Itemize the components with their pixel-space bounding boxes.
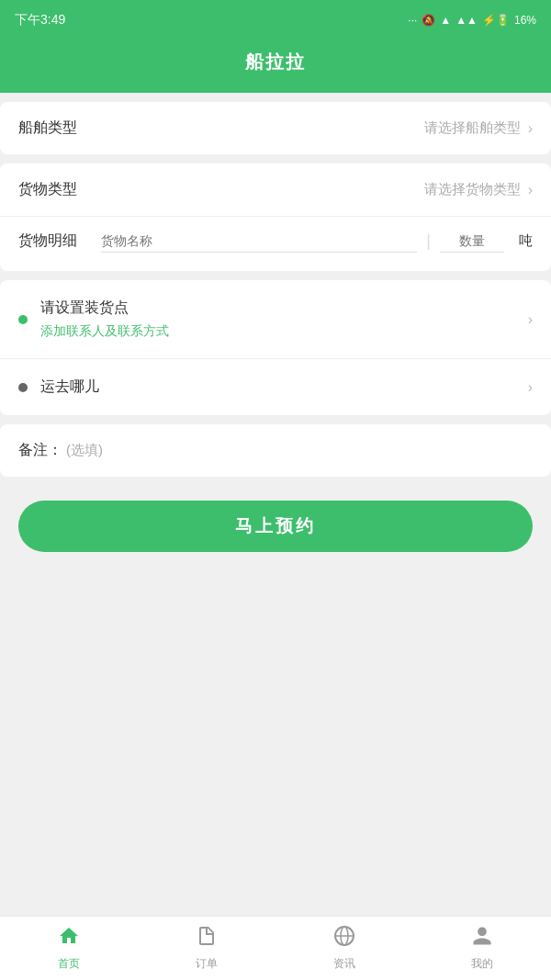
mine-icon [471, 925, 493, 952]
status-icons: ··· 🔕 ▲ ▲▲ ⚡🔋 16% [408, 14, 536, 27]
bottom-nav: 首页 订单 资讯 我的 [0, 916, 551, 980]
cargo-detail-row: 货物明细 | 吨 [0, 217, 551, 271]
destination-row[interactable]: 运去哪儿 › [0, 359, 551, 415]
nav-home[interactable]: 首页 [0, 918, 138, 979]
cargo-detail-label: 货物明细 [18, 231, 101, 251]
cargo-type-chevron: › [528, 182, 533, 198]
loading-point-label: 请设置装货点 [40, 299, 528, 318]
destination-chevron: › [528, 379, 533, 396]
orders-icon [196, 925, 218, 952]
news-icon [333, 925, 355, 952]
remark-section[interactable]: 备注： (选填) [0, 424, 551, 477]
wifi-icon: ▲ [440, 14, 451, 27]
nav-mine[interactable]: 我的 [413, 918, 551, 979]
nav-mine-label: 我的 [471, 956, 493, 972]
cargo-type-row[interactable]: 货物类型 请选择货物类型 › [0, 163, 551, 217]
loading-dot-green [18, 315, 28, 324]
cargo-name-input[interactable] [101, 230, 417, 253]
app-header: 船拉拉 [0, 40, 551, 93]
destination-label: 运去哪儿 [40, 377, 528, 397]
ship-type-label: 船舶类型 [18, 118, 101, 138]
battery-level: 16% [514, 14, 536, 27]
destination-dot-gray [18, 383, 28, 392]
nav-home-label: 首页 [58, 956, 80, 972]
nav-orders[interactable]: 订单 [138, 918, 276, 979]
cargo-type-value: 请选择货物类型 [101, 181, 521, 198]
loading-point-chevron: › [528, 311, 533, 328]
network-icon: ▲▲ [455, 14, 478, 27]
location-section: 请设置装货点 添加联系人及联系方式 › 运去哪儿 › [0, 280, 551, 415]
page-title: 船拉拉 [0, 50, 551, 74]
remark-placeholder: (选填) [66, 442, 103, 459]
home-icon [58, 925, 80, 952]
loading-point-content: 请设置装货点 添加联系人及联系方式 [40, 299, 528, 340]
book-btn-container: 马上预约 [0, 486, 551, 570]
ship-type-value: 请选择船舶类型 [101, 119, 521, 137]
loading-point-row[interactable]: 请设置装货点 添加联系人及联系方式 › [0, 280, 551, 359]
nav-news[interactable]: 资讯 [276, 918, 413, 979]
status-bar: 下午3:49 ··· 🔕 ▲ ▲▲ ⚡🔋 16% [0, 0, 551, 40]
battery-icon: ⚡🔋 [482, 14, 510, 27]
cargo-qty-input[interactable] [440, 230, 504, 253]
remark-row: 备注： (选填) [18, 441, 533, 460]
nav-orders-label: 订单 [196, 956, 218, 972]
status-time: 下午3:49 [15, 12, 65, 28]
cargo-type-label: 货物类型 [18, 180, 101, 199]
ship-type-row[interactable]: 船舶类型 请选择船舶类型 › [0, 102, 551, 154]
book-button[interactable]: 马上预约 [18, 501, 533, 552]
mute-icon: 🔕 [422, 14, 435, 27]
cargo-inputs: | 吨 [101, 230, 533, 253]
signal-icon: ··· [408, 14, 417, 27]
ship-type-card: 船舶类型 请选择船舶类型 › [0, 102, 551, 154]
destination-content: 运去哪儿 [40, 377, 528, 397]
loading-point-sub: 添加联系人及联系方式 [40, 323, 528, 340]
remark-label: 备注： [18, 441, 62, 460]
cargo-card: 货物类型 请选择货物类型 › 货物明细 | 吨 [0, 163, 551, 271]
cargo-divider: | [426, 231, 431, 251]
nav-news-label: 资讯 [333, 956, 355, 972]
main-content: 船舶类型 请选择船舶类型 › 货物类型 请选择货物类型 › 货物明细 | 吨 请… [0, 102, 551, 644]
ship-type-chevron: › [528, 120, 533, 137]
cargo-unit: 吨 [519, 232, 533, 250]
